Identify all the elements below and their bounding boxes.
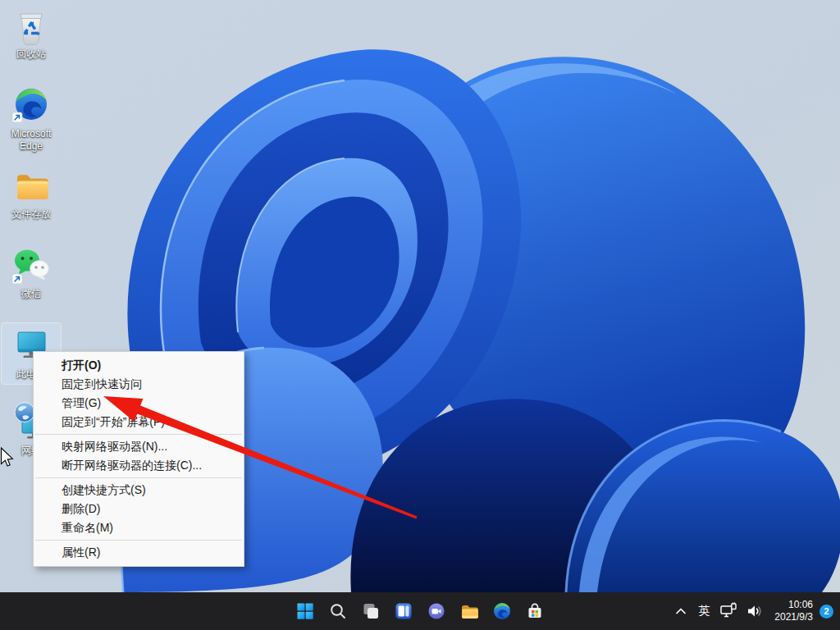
menu-item-properties[interactable]: 属性(R) — [34, 543, 244, 562]
clock-date: 2021/9/3 — [774, 611, 813, 623]
network-tray-button[interactable] — [715, 595, 742, 628]
task-view-icon — [361, 601, 381, 621]
desktop[interactable]: 回收站 — [0, 0, 840, 592]
menu-item-open[interactable]: 打开(O) — [34, 356, 244, 375]
recycle-bin-icon — [11, 5, 51, 48]
edge-icon — [11, 84, 51, 127]
chevron-up-icon — [673, 603, 689, 619]
chat-icon — [427, 601, 446, 621]
menu-item-rename[interactable]: 重命名(M) — [34, 518, 244, 537]
tray-overflow-button[interactable] — [669, 595, 692, 628]
mouse-cursor — [0, 447, 16, 468]
search-icon — [328, 601, 348, 621]
chat-button[interactable] — [420, 592, 453, 630]
taskbar-clock[interactable]: 10:06 2021/9/3 — [768, 599, 819, 623]
start-button[interactable] — [289, 592, 322, 630]
desktop-icon-wechat[interactable]: 微信 — [2, 243, 61, 304]
menu-item-map-network-drive[interactable]: 映射网络驱动器(N)... — [34, 437, 244, 456]
ime-indicator[interactable]: 英 — [692, 595, 715, 628]
folder-icon — [11, 165, 51, 208]
file-explorer-button[interactable] — [453, 592, 486, 630]
search-button[interactable] — [322, 592, 354, 630]
volume-tray-button[interactable] — [742, 595, 768, 628]
icon-label: 文件存放 — [11, 208, 51, 221]
icon-label: 回收站 — [16, 48, 46, 61]
clock-time: 10:06 — [774, 599, 813, 611]
edge-icon — [492, 601, 512, 621]
store-icon — [525, 601, 545, 621]
desktop-icon-folder[interactable]: 文件存放 — [2, 163, 61, 224]
notification-badge[interactable]: 2 — [819, 605, 833, 619]
shortcut-arrow-badge — [12, 274, 22, 284]
windows-11-screen: 回收站 — [0, 0, 840, 630]
icon-label: 微信 — [21, 288, 41, 300]
speaker-icon — [745, 601, 765, 621]
edge-taskbar-button[interactable] — [486, 592, 518, 630]
windows-start-icon — [295, 601, 315, 621]
shortcut-arrow-badge — [12, 112, 22, 122]
menu-separator — [35, 477, 242, 478]
menu-item-pin-to-start[interactable]: 固定到“开始”屏幕(P) — [34, 413, 244, 431]
task-view-button[interactable] — [354, 592, 387, 630]
desktop-icon-edge[interactable]: Microsoft Edge — [2, 83, 61, 156]
store-button[interactable] — [518, 592, 551, 630]
ethernet-network-icon — [719, 601, 738, 621]
menu-item-delete[interactable]: 删除(D) — [34, 500, 244, 518]
menu-item-manage[interactable]: 管理(G) — [34, 394, 244, 413]
widgets-button[interactable] — [387, 592, 420, 630]
taskbar: 英 10:06 20 — [0, 592, 840, 630]
taskbar-center-group — [289, 592, 551, 630]
file-explorer-icon — [459, 601, 479, 621]
menu-item-disconnect-network-drive[interactable]: 断开网络驱动器的连接(C)... — [34, 456, 244, 475]
system-tray: 英 10:06 20 — [669, 592, 837, 630]
widgets-icon — [394, 601, 413, 621]
wechat-icon — [11, 244, 51, 287]
icon-label: Microsoft Edge — [2, 128, 60, 153]
menu-item-create-shortcut[interactable]: 创建快捷方式(S) — [34, 481, 244, 500]
menu-item-pin-quick-access[interactable]: 固定到快速访问 — [34, 375, 244, 394]
context-menu: 打开(O) 固定到快速访问 管理(G) 固定到“开始”屏幕(P) 映射网络驱动器… — [33, 351, 244, 567]
desktop-icon-recycle-bin[interactable]: 回收站 — [2, 3, 61, 64]
menu-separator — [35, 540, 242, 541]
menu-separator — [35, 434, 242, 435]
